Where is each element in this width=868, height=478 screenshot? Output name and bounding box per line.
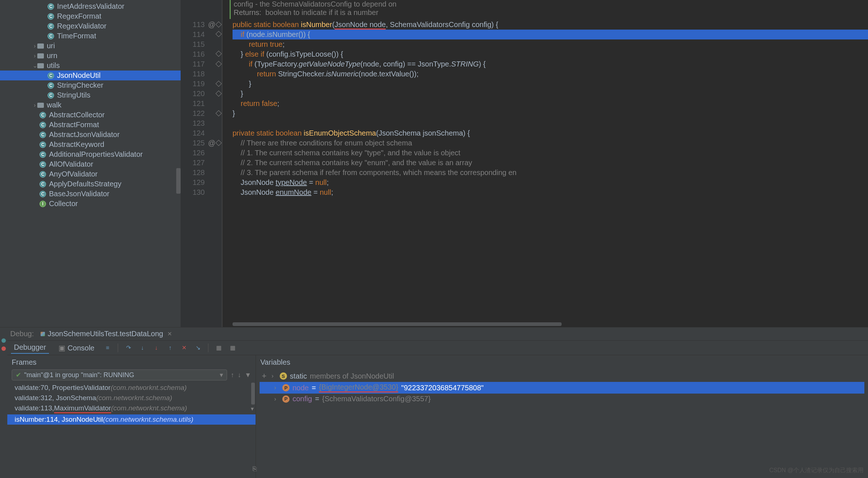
toolbar-icon[interactable]: ≡ xyxy=(104,344,111,352)
debug-tab[interactable]: JsonSchemeUtilsTest.testDataLong × xyxy=(41,330,172,338)
tree-item[interactable]: CAbstractCollector xyxy=(0,110,181,120)
frames-panel: Frames ✔ "main"@1 in group "main": RUNNI… xyxy=(7,355,256,478)
variable-row[interactable]: ›Pnode = {BigIntegerNode@3530} "92233720… xyxy=(260,382,864,394)
folder-icon xyxy=(37,43,44,49)
debug-left-toolbar[interactable] xyxy=(0,327,7,478)
tree-label: JsonNodeUtil xyxy=(57,71,181,80)
class-icon: C xyxy=(39,112,46,118)
class-icon: C xyxy=(48,23,54,30)
tree-label: AllOfValidator xyxy=(49,160,181,168)
console-tab[interactable]: ▣Console xyxy=(56,342,97,354)
stack-frame[interactable]: validate:70, PropertiesValidator (com.ne… xyxy=(7,383,256,393)
more-icon[interactable]: ▦ xyxy=(229,344,236,352)
marker-column xyxy=(216,0,222,327)
tree-label: Collector xyxy=(49,200,181,208)
tree-label: AbstractJsonValidator xyxy=(49,130,181,139)
tree-item[interactable]: CApplyDefaultsStrategy xyxy=(0,179,181,189)
rerun-icon[interactable] xyxy=(1,338,6,343)
chevron-right-icon[interactable]: › xyxy=(272,373,277,379)
tree-item[interactable]: ›uri xyxy=(0,41,181,51)
tree-label: BaseJsonValidator xyxy=(49,190,181,198)
chevron-icon: › xyxy=(32,43,37,49)
class-icon: C xyxy=(39,141,46,148)
var-kind-icon: P xyxy=(282,384,290,391)
tree-label: AdditionalPropertiesValidator xyxy=(49,150,181,159)
class-icon: C xyxy=(48,82,54,89)
class-icon: C xyxy=(39,191,46,197)
tree-item[interactable]: CInetAddressValidator xyxy=(0,1,181,11)
step-out-icon[interactable]: ↑ xyxy=(166,344,174,352)
drop-frame-icon[interactable]: ✕ xyxy=(180,344,188,352)
down-icon[interactable]: ↓ xyxy=(238,371,241,379)
scroll-down-icon[interactable]: ▾ xyxy=(250,405,255,410)
tree-item[interactable]: CStringUtils xyxy=(0,90,181,100)
evaluate-icon[interactable]: ▦ xyxy=(215,344,222,352)
tree-item[interactable]: CAbstractJsonValidator xyxy=(0,130,181,140)
stack-frames[interactable]: validate:70, PropertiesValidator (com.ne… xyxy=(7,383,256,478)
debug-label: Debug: xyxy=(10,330,34,338)
step-over-icon[interactable]: ↷ xyxy=(125,344,132,352)
force-step-into-icon[interactable]: ↓ xyxy=(152,344,160,352)
class-icon: C xyxy=(39,132,46,138)
class-icon: C xyxy=(48,3,54,10)
folder-icon xyxy=(37,63,44,68)
folder-icon xyxy=(37,53,44,58)
tree-label: RegexValidator xyxy=(57,22,181,30)
filter-icon[interactable]: ▼ xyxy=(245,371,251,379)
stop-icon[interactable] xyxy=(1,346,6,351)
editor-scrollbar-h[interactable] xyxy=(233,322,562,326)
class-icon: C xyxy=(48,33,54,39)
sidebar-scrollbar[interactable] xyxy=(176,168,181,194)
debugger-tab[interactable]: Debugger xyxy=(11,342,49,354)
tree-item[interactable]: CAdditionalPropertiesValidator xyxy=(0,149,181,159)
debug-header: Debug: JsonSchemeUtilsTest.testDataLong … xyxy=(7,327,868,341)
javadoc-panel: config - the SchemaValidatorsConfig to d… xyxy=(230,0,868,19)
project-tree[interactable]: CInetAddressValidatorCRegexFormatCRegexV… xyxy=(0,0,181,327)
tree-item[interactable]: CTimeFormat xyxy=(0,31,181,41)
tree-item[interactable]: CRegexValidator xyxy=(0,21,181,31)
add-watch-icon[interactable]: + xyxy=(262,371,267,381)
stack-frame[interactable]: validate:312, JsonSchema (com.networknt.… xyxy=(7,393,256,403)
tree-item[interactable]: CAbstractKeyword xyxy=(0,140,181,149)
thread-selector[interactable]: ✔ "main"@1 in group "main": RUNNING ▾ xyxy=(12,369,227,380)
tree-item[interactable]: ›urn xyxy=(0,51,181,61)
chevron-right-icon[interactable]: › xyxy=(274,384,279,391)
line-gutter: @ @ 113114115116117118119120121122123124… xyxy=(181,0,216,327)
stack-scrollbar[interactable] xyxy=(251,383,255,405)
tree-label: urn xyxy=(47,52,181,60)
class-icon: C xyxy=(39,171,46,178)
tree-item[interactable]: CRegexFormat xyxy=(0,11,181,21)
tree-item[interactable]: CAbstractFormat xyxy=(0,120,181,130)
clipboard-icon[interactable]: ⎘ xyxy=(253,465,257,473)
tree-item[interactable]: CBaseJsonValidator xyxy=(0,189,181,199)
class-icon: C xyxy=(48,72,54,79)
run-config-icon xyxy=(41,332,45,336)
var-kind-icon: P xyxy=(282,395,290,403)
variables-panel: Variables +›Sstatic members of JsonNodeU… xyxy=(256,355,868,478)
chevron-right-icon[interactable]: › xyxy=(274,396,279,402)
tree-item[interactable]: CAllOfValidator xyxy=(0,159,181,169)
variables-list[interactable]: +›Sstatic members of JsonNodeUtil›Pnode … xyxy=(256,369,868,478)
class-icon: C xyxy=(39,181,46,187)
chevron-icon: › xyxy=(32,53,37,59)
tree-label: ApplyDefaultsStrategy xyxy=(49,180,181,188)
variable-row[interactable]: +›Sstatic members of JsonNodeUtil xyxy=(260,370,864,382)
class-icon: C xyxy=(48,13,54,20)
variable-row[interactable]: ›Pconfig = {SchemaValidatorsConfig@3557} xyxy=(260,394,864,404)
step-into-icon[interactable]: ↓ xyxy=(139,344,146,352)
tree-item[interactable]: CAnyOfValidator xyxy=(0,169,181,179)
stack-frame[interactable]: isNumber:114, JsonNodeUtil (com.networkn… xyxy=(7,414,256,425)
tree-item[interactable]: ›walk xyxy=(0,100,181,110)
run-to-cursor-icon[interactable]: ↘ xyxy=(194,344,201,352)
code-editor[interactable]: @ @ 113114115116117118119120121122123124… xyxy=(181,0,868,327)
up-icon[interactable]: ↑ xyxy=(231,371,234,379)
tree-item[interactable]: ⌄utils xyxy=(0,61,181,71)
check-icon: ✔ xyxy=(16,371,21,379)
tree-item[interactable]: ICollector xyxy=(0,199,181,209)
class-icon: C xyxy=(39,122,46,128)
tree-item[interactable]: CStringChecker xyxy=(0,80,181,90)
close-icon[interactable]: × xyxy=(167,330,172,338)
stack-frame[interactable]: validate:113, MaximumValidator (com.netw… xyxy=(7,403,256,414)
tree-item[interactable]: CJsonNodeUtil xyxy=(0,71,181,80)
code-content[interactable]: public static boolean isNumber(JsonNode … xyxy=(222,0,868,197)
